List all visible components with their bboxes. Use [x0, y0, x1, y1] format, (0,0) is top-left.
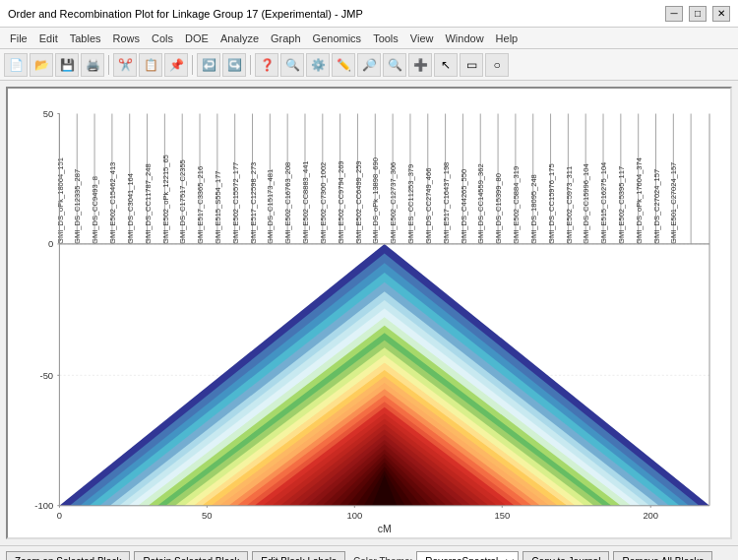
cut-button[interactable]: ✂️	[113, 53, 137, 77]
menu-item-genomics[interactable]: Genomics	[307, 31, 368, 46]
svg-text:50: 50	[43, 108, 53, 119]
menu-item-view[interactable]: View	[404, 31, 440, 46]
svg-text:GMI_DS_oPk_18064_151: GMI_DS_oPk_18064_151	[56, 157, 65, 244]
window-title: Order and Recombination Plot for Linkage…	[8, 8, 363, 20]
svg-text:GMI_DS_CC15996_104: GMI_DS_CC15996_104	[582, 163, 590, 243]
help-button[interactable]: ❓	[255, 53, 278, 77]
menu-item-window[interactable]: Window	[439, 31, 489, 46]
svg-text:GMI_E502_CC9794_269: GMI_E502_CC9794_269	[337, 160, 345, 243]
title-bar: Order and Recombination Plot for Linkage…	[0, 0, 738, 28]
svg-text:50: 50	[202, 510, 212, 521]
svg-text:GMI_DS_C15399_80: GMI_DS_C15399_80	[494, 173, 503, 244]
svg-text:GMI_DS_C12335_287: GMI_DS_C12335_287	[73, 169, 82, 244]
menu-item-help[interactable]: Help	[490, 31, 524, 46]
close-button[interactable]: ✕	[712, 6, 730, 22]
svg-text:GMI_ES_CC11253_379: GMI_ES_CC11253_379	[406, 164, 415, 244]
svg-text:GMI_E502_C5395_117: GMI_E502_C5395_117	[617, 166, 626, 244]
separator-3	[250, 55, 251, 75]
svg-text:GMI_E502_CC6499_259: GMI_E502_CC6499_259	[354, 160, 363, 243]
menu-item-analyze[interactable]: Analyze	[215, 31, 265, 46]
maximize-button[interactable]: □	[689, 6, 707, 22]
search-button[interactable]: 🔎	[357, 53, 381, 77]
menu-item-edit[interactable]: Edit	[33, 31, 64, 46]
retain-selected-button[interactable]: Retain Selected Block	[134, 551, 248, 561]
copy-journal-button[interactable]: Copy to Journal	[523, 551, 609, 561]
redo-button[interactable]: ↪️	[222, 53, 246, 77]
svg-text:GMI_E502_CC8883_441: GMI_E502_CC8883_441	[301, 160, 310, 243]
bottom-toolbar: Zoom on Selected Block Retain Selected B…	[0, 545, 738, 560]
color-theme-label: Color Theme:	[353, 556, 412, 560]
separator-2	[192, 55, 193, 75]
separator-1	[108, 55, 109, 75]
menu-item-graph[interactable]: Graph	[265, 31, 307, 46]
svg-text:GMI_E517_C16437_198: GMI_E517_C16437_198	[442, 162, 451, 244]
svg-text:200: 200	[643, 510, 658, 521]
toolbar: 📄 📂 💾 🖨️ ✂️ 📋 📌 ↩️ ↪️ ❓ 🔍 ⚙️ ✏️ 🔎 🔍 ➕ ↖ …	[0, 49, 738, 81]
svg-text:GMI_E515_S554_177: GMI_E515_S554_177	[214, 170, 222, 243]
settings-button[interactable]: ⚙️	[306, 53, 330, 77]
svg-text:GMI_DS_C3041_164: GMI_DS_C3041_164	[126, 173, 135, 244]
menu-item-file[interactable]: File	[4, 31, 33, 46]
svg-text:GMI_DS_CC15976_175: GMI_DS_CC15976_175	[547, 163, 556, 243]
svg-text:GMI_DS_18095_248: GMI_DS_18095_248	[529, 174, 538, 244]
svg-text:GMI_E502_C5884_319: GMI_E502_C5884_319	[512, 166, 521, 244]
svg-text:GMI_DS_CC2749_466: GMI_DS_CC2749_466	[424, 168, 433, 244]
svg-text:GMI_DS_CC11787_248: GMI_DS_CC11787_248	[144, 163, 153, 243]
menu-bar: FileEditTablesRowsColsDOEAnalyzeGraphGen…	[0, 28, 738, 49]
svg-text:GMI_DS_CC9493_8: GMI_DS_CC9493_8	[91, 176, 99, 244]
svg-text:GMI_DS_CC14559_362: GMI_DS_CC14559_362	[476, 163, 485, 243]
svg-text:GMI_E502_C16763_208: GMI_E502_C16763_208	[283, 162, 292, 244]
svg-text:100: 100	[346, 510, 362, 521]
svg-text:GMI_DS_C15173_481: GMI_DS_C15173_481	[267, 169, 276, 244]
zoom-selected-button[interactable]: Zoom on Selected Block	[6, 551, 130, 561]
menu-item-tables[interactable]: Tables	[64, 31, 107, 46]
new-button[interactable]: 📄	[4, 53, 28, 77]
svg-text:GMI_E502_C12737_306: GMI_E502_C12737_306	[389, 162, 398, 244]
svg-text:cM: cM	[378, 522, 392, 533]
save-button[interactable]: 💾	[55, 53, 79, 77]
menu-item-cols[interactable]: Cols	[146, 31, 179, 46]
zoom-button[interactable]: 🔍	[280, 53, 304, 77]
svg-text:0: 0	[48, 238, 53, 249]
window-controls: ─ □ ✕	[665, 6, 730, 22]
svg-text:GMI_E502_C15572_177: GMI_E502_C15572_177	[231, 162, 240, 244]
menu-item-doe[interactable]: DOE	[179, 31, 215, 46]
svg-text:GMI_DS_oPk_13898_690: GMI_DS_oPk_13898_690	[372, 157, 381, 244]
cursor-button[interactable]: ↖	[434, 53, 458, 77]
plot-svg: 50 0 -50 -100 0 50 100 150	[8, 93, 730, 537]
svg-text:GMI_DS_C44265_550: GMI_DS_C44265_550	[460, 169, 468, 244]
svg-text:GMI_E502_C5973_311: GMI_E502_C5973_311	[565, 166, 574, 244]
pen-button[interactable]: ✏️	[332, 53, 355, 77]
menu-item-rows[interactable]: Rows	[107, 31, 147, 46]
svg-text:-50: -50	[40, 369, 54, 380]
svg-text:GMI_E502_C15462_413: GMI_E502_C15462_413	[108, 162, 117, 244]
svg-text:GMI_E517_C3365_216: GMI_E517_C3365_216	[196, 166, 205, 244]
svg-text:GMI_DS_oPk_17604_374: GMI_DS_oPk_17604_374	[635, 157, 644, 244]
minimize-button[interactable]: ─	[665, 6, 683, 22]
svg-text:-100: -100	[34, 500, 53, 511]
remove-blocks-button[interactable]: Remove All Blocks	[613, 551, 712, 561]
svg-text:GMI_E517_C12598_273: GMI_E517_C12598_273	[249, 162, 258, 244]
svg-text:0: 0	[57, 510, 62, 521]
main-plot-area: 50 0 -50 -100 0 50 100 150	[6, 87, 732, 539]
paste-button[interactable]: 📌	[164, 53, 188, 77]
svg-text:GMI_DS_C17517_C2355: GMI_DS_C17517_C2355	[178, 159, 187, 244]
undo-button[interactable]: ↩️	[197, 53, 220, 77]
svg-text:GMI_E515_C16275_104: GMI_E515_C16275_104	[599, 162, 608, 244]
copy-button[interactable]: 📋	[139, 53, 162, 77]
menu-item-tools[interactable]: Tools	[367, 31, 404, 46]
svg-text:GMI_E502_C7300_1002: GMI_E502_C7300_1002	[319, 162, 328, 244]
zoom-in-button[interactable]: 🔍	[383, 53, 406, 77]
svg-text:150: 150	[494, 510, 510, 521]
open-button[interactable]: 📂	[30, 53, 53, 77]
svg-text:GMI_E501_C27024_157: GMI_E501_C27024_157	[670, 162, 679, 244]
print-button[interactable]: 🖨️	[81, 53, 104, 77]
svg-text:GMI_DS_C27024_157: GMI_DS_C27024_157	[652, 169, 661, 244]
svg-text:GMI_E502_oPk_12215_65: GMI_E502_oPk_12215_65	[161, 155, 170, 244]
ellipse-button[interactable]: ○	[485, 53, 509, 77]
rect-button[interactable]: ▭	[460, 53, 483, 77]
edit-labels-button[interactable]: Edit Block Labels	[252, 551, 345, 561]
color-theme-select[interactable]: ReverseSpectral Spectral BlueToRed	[416, 551, 519, 561]
add-button[interactable]: ➕	[408, 53, 432, 77]
